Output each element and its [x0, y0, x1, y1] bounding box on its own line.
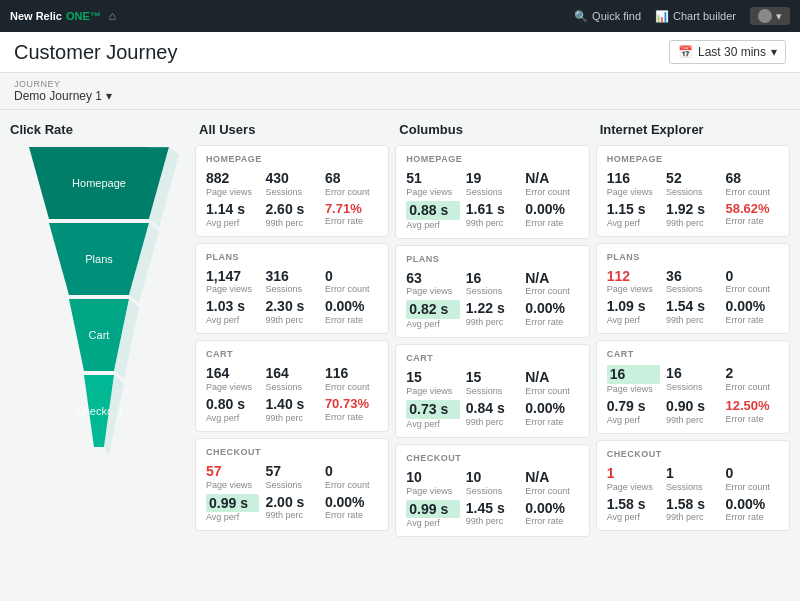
stage-name-0-1: PLANS	[206, 252, 378, 262]
metric-label-1-2-2: Error count	[525, 386, 578, 396]
metric-value-1-2-2: N/A	[525, 369, 578, 386]
metric-2-3-5: 0.00%Error rate	[726, 496, 779, 523]
metric-value-2-3-1: 1	[666, 465, 719, 482]
metric-value-1-2-5: 0.00%	[525, 400, 578, 417]
metric-2-1-1: 36Sessions	[666, 268, 719, 295]
metrics-grid-2-2: 16Page views16Sessions2Error count0.79 s…	[607, 365, 779, 425]
metric-value-0-1-0: 1,147	[206, 268, 259, 285]
metric-label-1-0-4: 99th perc	[466, 218, 519, 228]
metric-2-0-2: 68Error count	[726, 170, 779, 197]
metric-label-0-3-3: Avg perf	[206, 512, 259, 522]
chart-builder-button[interactable]: 📊 Chart builder	[655, 10, 736, 23]
metric-value-2-1-3: 1.09 s	[607, 298, 660, 315]
quick-find-button[interactable]: 🔍 Quick find	[574, 10, 641, 23]
metric-label-0-2-2: Error count	[325, 382, 378, 392]
metric-2-3-1: 1Sessions	[666, 465, 719, 492]
metric-value-0-0-2: 68	[325, 170, 378, 187]
metrics-grid-0-1: 1,147Page views316Sessions0Error count1.…	[206, 268, 378, 326]
metric-value-1-1-0: 63	[406, 270, 459, 287]
metric-0-1-1: 316Sessions	[265, 268, 318, 295]
metric-value-1-3-2: N/A	[525, 469, 578, 486]
col-title-2: Internet Explorer	[596, 122, 790, 137]
stage-name-2-0: HOMEPAGE	[607, 154, 779, 164]
metric-label-2-2-5: Error rate	[726, 414, 779, 424]
metric-value-2-1-4: 1.54 s	[666, 298, 719, 315]
metrics-grid-1-1: 63Page views16SessionsN/AError count0.82…	[406, 270, 578, 330]
metric-value-0-2-2: 116	[325, 365, 378, 382]
metric-label-1-1-0: Page views	[406, 286, 459, 296]
stage-card-1-2: CART15Page views15SessionsN/AError count…	[395, 344, 589, 438]
metric-value-2-0-0: 116	[607, 170, 660, 187]
funnel-title: Click Rate	[10, 122, 187, 137]
metric-0-3-1: 57Sessions	[265, 463, 318, 490]
metric-label-0-3-0: Page views	[206, 480, 259, 490]
metric-value-0-2-4: 1.40 s	[265, 396, 318, 413]
account-selector[interactable]: ▾	[750, 7, 790, 25]
stage-card-0-3: CHECKOUT57Page views57Sessions0Error cou…	[195, 438, 389, 532]
metric-label-0-3-4: 99th perc	[265, 510, 318, 520]
calendar-icon: 📅	[678, 45, 693, 59]
metric-1-3-4: 1.45 s99th perc	[466, 500, 519, 529]
metric-label-1-1-5: Error rate	[525, 317, 578, 327]
metric-1-2-5: 0.00%Error rate	[525, 400, 578, 429]
metric-label-0-3-1: Sessions	[265, 480, 318, 490]
metric-label-0-2-4: 99th perc	[265, 413, 318, 423]
metric-value-2-2-3: 0.79 s	[607, 398, 660, 415]
metric-label-0-0-5: Error rate	[325, 216, 378, 226]
metric-1-0-2: N/AError count	[525, 170, 578, 197]
time-label: Last 30 mins	[698, 45, 766, 59]
metric-value-1-3-0: 10	[406, 469, 459, 486]
time-selector[interactable]: 📅 Last 30 mins ▾	[669, 40, 786, 64]
home-icon[interactable]: ⌂	[109, 9, 116, 23]
metric-value-2-3-4: 1.58 s	[666, 496, 719, 513]
metric-label-2-2-4: 99th perc	[666, 415, 719, 425]
metric-value-1-0-2: N/A	[525, 170, 578, 187]
metric-value-0-2-3: 0.80 s	[206, 396, 259, 413]
col-title-1: Columbus	[395, 122, 589, 137]
metric-value-1-1-2: N/A	[525, 270, 578, 287]
metric-label-1-0-5: Error rate	[525, 218, 578, 228]
metric-value-2-3-0: 1	[607, 465, 660, 482]
metric-2-2-0: 16Page views	[607, 365, 660, 394]
metric-0-0-2: 68Error count	[325, 170, 378, 197]
metric-2-1-2: 0Error count	[726, 268, 779, 295]
journey-selector[interactable]: Demo Journey 1 ▾	[14, 89, 786, 103]
metric-2-0-5: 58.62%Error rate	[726, 201, 779, 228]
metric-0-2-0: 164Page views	[206, 365, 259, 392]
metric-value-1-2-3: 0.73 s	[406, 400, 459, 419]
metric-value-0-1-1: 316	[265, 268, 318, 285]
metric-value-1-3-1: 10	[466, 469, 519, 486]
stage-card-1-3: CHECKOUT10Page views10SessionsN/AError c…	[395, 444, 589, 538]
metric-label-1-2-4: 99th perc	[466, 417, 519, 427]
metric-value-2-0-3: 1.15 s	[607, 201, 660, 218]
metric-label-1-1-4: 99th perc	[466, 317, 519, 327]
metric-value-0-2-5: 70.73%	[325, 396, 378, 412]
metric-1-0-1: 19Sessions	[466, 170, 519, 197]
metric-label-2-0-4: 99th perc	[666, 218, 719, 228]
metric-value-0-0-0: 882	[206, 170, 259, 187]
metric-2-2-2: 2Error count	[726, 365, 779, 394]
metric-label-2-3-1: Sessions	[666, 482, 719, 492]
metric-1-2-3: 0.73 sAvg perf	[406, 400, 459, 429]
funnel-svg: Homepage Plans Cart Checkout	[19, 147, 179, 487]
metric-label-2-1-0: Page views	[607, 284, 660, 294]
metric-1-2-1: 15Sessions	[466, 369, 519, 396]
metric-label-2-0-3: Avg perf	[607, 218, 660, 228]
metric-2-2-3: 0.79 sAvg perf	[607, 398, 660, 425]
metric-1-2-4: 0.84 s99th perc	[466, 400, 519, 429]
time-chevron: ▾	[771, 45, 777, 59]
metric-2-1-3: 1.09 sAvg perf	[607, 298, 660, 325]
journey-label: JOURNEY	[14, 79, 786, 89]
metric-1-0-4: 1.61 s99th perc	[466, 201, 519, 230]
journey-bar: JOURNEY Demo Journey 1 ▾	[0, 73, 800, 110]
metric-0-3-0: 57Page views	[206, 463, 259, 490]
metric-1-1-0: 63Page views	[406, 270, 459, 297]
data-column-2: Internet ExplorerHOMEPAGE116Page views52…	[596, 122, 790, 585]
metric-value-2-0-1: 52	[666, 170, 719, 187]
metric-value-0-1-5: 0.00%	[325, 298, 378, 315]
stage-name-0-3: CHECKOUT	[206, 447, 378, 457]
metric-label-2-2-2: Error count	[726, 382, 779, 392]
metric-value-2-0-5: 58.62%	[726, 201, 779, 217]
metric-value-2-2-5: 12.50%	[726, 398, 779, 414]
metric-label-1-0-0: Page views	[406, 187, 459, 197]
